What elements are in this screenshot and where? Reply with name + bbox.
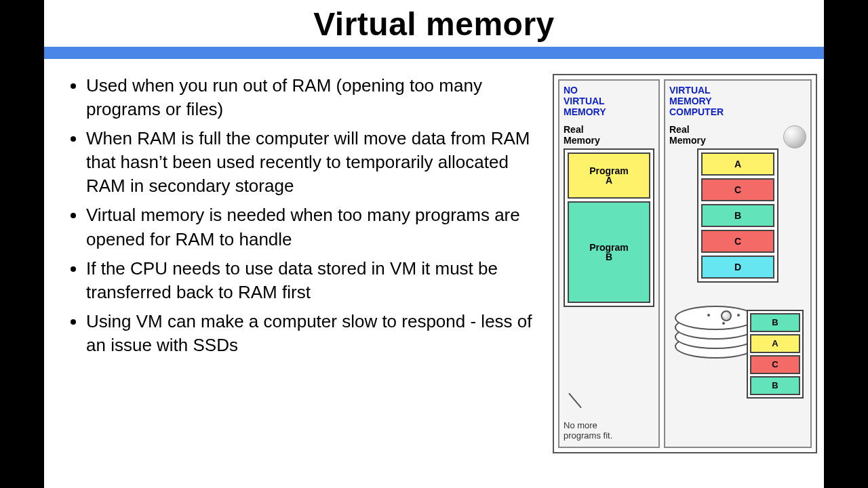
memory-slot: D xyxy=(701,256,774,279)
slide-title: Virtual memory xyxy=(44,0,824,47)
divider-bar xyxy=(44,47,824,59)
no-vm-caption: No more programs fit. xyxy=(564,421,654,441)
no-vm-real-memory-label: Real Memory xyxy=(564,124,654,146)
bullet-list: Used when you run out of RAM (opening to… xyxy=(64,74,553,453)
no-vm-memory-box: Program A Program B xyxy=(564,148,654,307)
bullet-item: Using VM can make a computer slow to res… xyxy=(86,310,547,357)
illustration-panel: NO VIRTUAL MEMORY Real Memory Program A … xyxy=(553,74,817,453)
slide-content: Used when you run out of RAM (opening to… xyxy=(44,59,824,453)
swap-slot: B xyxy=(750,313,800,332)
swap-slot: A xyxy=(750,334,800,353)
swap-slot: C xyxy=(750,355,800,374)
left-pillarbox xyxy=(0,0,44,488)
swap-file-box: B A C B xyxy=(747,310,804,399)
slide: Virtual memory Used when you run out of … xyxy=(44,0,824,488)
vm-heading: VIRTUAL MEMORY COMPUTER xyxy=(669,85,806,117)
disk-icon xyxy=(675,304,756,386)
bullet-item: Used when you run out of RAM (opening to… xyxy=(86,74,547,121)
memory-slot: Program A xyxy=(568,152,650,199)
vm-column: VIRTUAL MEMORY COMPUTER Real Memory A C … xyxy=(664,79,812,448)
right-pillarbox xyxy=(824,0,868,488)
memory-slot: B xyxy=(701,204,774,227)
bullet-item: If the CPU needs to use data stored in V… xyxy=(86,257,547,304)
memory-slot: C xyxy=(701,230,774,253)
swap-slot: B xyxy=(750,376,800,395)
no-vm-column: NO VIRTUAL MEMORY Real Memory Program A … xyxy=(558,79,660,448)
disk-area: B A C B xyxy=(669,292,806,407)
no-vm-heading: NO VIRTUAL MEMORY xyxy=(564,85,654,117)
pointer-line xyxy=(568,393,582,409)
memory-slot: C xyxy=(701,178,774,201)
memory-slot: Program B xyxy=(568,201,650,303)
bullet-item: When RAM is full the computer will move … xyxy=(86,127,547,198)
vm-memory-box: A C B C D xyxy=(697,148,778,283)
sphere-icon xyxy=(783,125,806,148)
bullet-item: Virtual memory is needed when too many p… xyxy=(86,203,547,251)
memory-slot: A xyxy=(701,152,774,176)
